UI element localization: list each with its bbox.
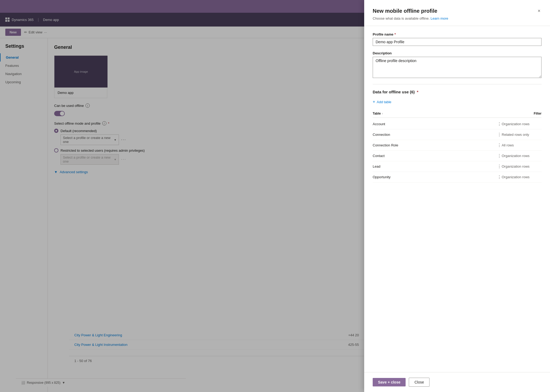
table-row-account-name: Account [373,122,497,126]
data-section-title: Data for offline use (6) * [373,90,542,94]
table-row-lead-actions: ⋮ [497,164,502,169]
table-header: Table ↑ Filter [373,110,542,118]
add-table-button[interactable]: + Add table [373,98,391,105]
table-row-account-filter: Organization rows [502,122,542,126]
data-section-required-star: * [417,90,418,94]
table-row-connection-role: Connection Role ⋮ All rows [373,140,542,151]
table-row-account-actions: ⋮ [497,121,502,127]
table-row-connection-role-more-icon[interactable]: ⋮ [497,143,502,148]
save-close-button[interactable]: Save + close [373,378,406,386]
table-row-connection-actions: ⋮ [497,132,502,137]
table-row-lead-more-icon[interactable]: ⋮ [497,164,502,169]
table-row-contact-actions: ⋮ [497,153,502,158]
panel-header: New mobile offline profile × Choose what… [364,0,550,26]
table-header-filter-text: Filter [534,112,542,115]
table-row-opportunity-actions: ⋮ [497,175,502,180]
profile-name-required-star: * [394,32,396,36]
table-row-connection: Connection ⋮ Related rows only [373,129,542,140]
profile-name-label-text: Profile name [373,32,393,36]
table-row-lead: Lead ⋮ Organization rows [373,161,542,172]
table-row-lead-filter: Organization rows [502,164,542,168]
table-row-connection-role-actions: ⋮ [497,143,502,148]
table-row-account: Account ⋮ Organization rows [373,119,542,129]
table-row-contact-more-icon[interactable]: ⋮ [497,153,502,158]
description-label: Description [373,51,542,55]
table-row-connection-more-icon[interactable]: ⋮ [497,132,502,137]
new-offline-profile-panel: New mobile offline profile × Choose what… [364,0,550,392]
panel-subtitle-text: Choose what data is available offline. [373,16,429,20]
panel-body: Profile name * Description Offline profi… [364,26,550,372]
panel-subtitle: Choose what data is available offline. L… [373,16,542,20]
learn-more-link[interactable]: Learn more [431,16,448,20]
table-row-connection-role-filter: All rows [502,143,542,147]
sort-arrow-icon: ↑ [382,112,383,115]
section-divider [373,84,542,84]
panel-title: New mobile offline profile [373,8,437,14]
profile-name-input[interactable] [373,38,542,46]
plus-icon: + [373,99,375,104]
table-row-connection-filter: Related rows only [502,133,542,137]
table-row-account-more-icon[interactable]: ⋮ [497,121,502,127]
panel-footer: Save + close Close [364,372,550,392]
table-header-table-text: Table [373,112,381,115]
table-row-opportunity-name: Opportunity [373,175,497,179]
add-table-label: Add table [377,100,391,104]
panel-close-button[interactable]: × [536,7,542,14]
table-row-opportunity: Opportunity ⋮ Organization rows [373,172,542,182]
table-row-opportunity-more-icon[interactable]: ⋮ [497,175,502,180]
table-row-opportunity-filter: Organization rows [502,175,542,179]
tables-list: Account ⋮ Organization rows Connection ⋮… [373,119,542,182]
table-row-contact: Contact ⋮ Organization rows [373,151,542,161]
description-label-text: Description [373,51,392,55]
profile-name-label: Profile name * [373,32,542,36]
table-row-contact-filter: Organization rows [502,154,542,158]
table-header-table: Table ↑ [373,112,499,115]
table-row-connection-role-name: Connection Role [373,143,497,147]
close-button[interactable]: Close [409,378,429,387]
table-row-lead-name: Lead [373,164,497,168]
description-group: Description Offline profile description [373,51,542,79]
data-offline-section: Data for offline use (6) * + Add table T… [373,90,542,182]
data-section-title-text: Data for offline use (6) [373,90,415,94]
description-textarea[interactable]: Offline profile description [373,57,542,78]
table-header-filter: Filter [499,112,542,115]
table-row-contact-name: Contact [373,154,497,158]
table-row-connection-name: Connection [373,133,497,137]
panel-title-row: New mobile offline profile × [373,7,542,14]
profile-name-group: Profile name * [373,32,542,46]
